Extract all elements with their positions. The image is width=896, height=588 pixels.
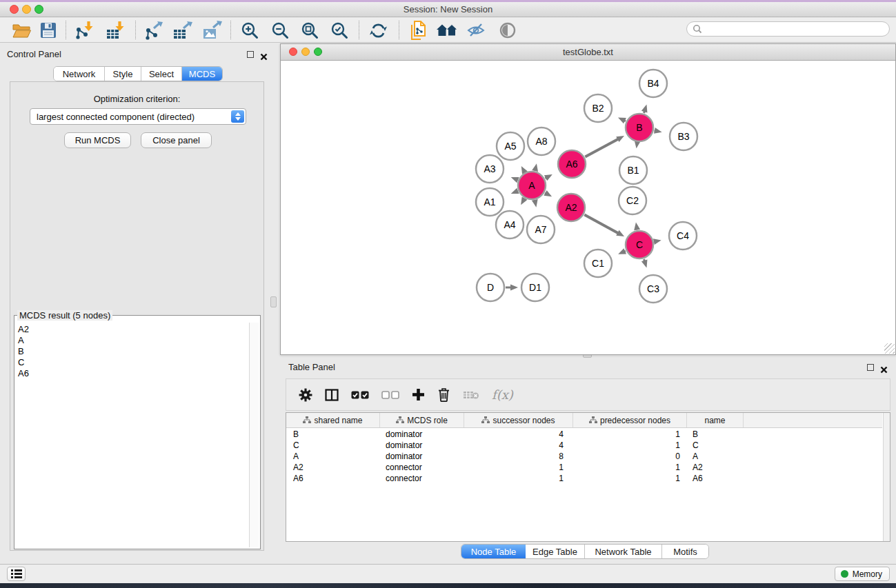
table-cell[interactable]: C — [687, 440, 744, 451]
tab-network[interactable]: Network — [54, 67, 105, 81]
table-row[interactable]: Bdominator41B — [286, 429, 882, 440]
result-list-item[interactable]: A — [16, 335, 248, 346]
graph-node-label: A3 — [484, 163, 495, 174]
criterion-dropdown[interactable]: largest connected component (directed) — [30, 108, 246, 125]
zoom-in-icon[interactable] — [237, 19, 262, 41]
table-row[interactable]: A2connector11A2 — [286, 462, 882, 473]
refresh-icon[interactable] — [366, 19, 390, 41]
table-settings-icon[interactable] — [299, 388, 312, 402]
table-cell[interactable]: 1 — [464, 462, 573, 473]
mcds-result-groupbox: MCDS result (5 nodes) A2ABCA6 — [14, 315, 261, 549]
tab-node-table[interactable]: Node Table — [461, 545, 526, 558]
import-network-icon[interactable] — [72, 19, 97, 41]
home-layout-icon[interactable] — [435, 19, 459, 41]
table-cell[interactable]: 1 — [573, 473, 687, 484]
tab-style[interactable]: Style — [105, 67, 141, 81]
network-graph[interactable]: B4B2BB3A8A5A6A3B1AC2A1A2A4A7C4CC1DD1C3 — [281, 61, 895, 354]
hide-graphics-details-icon[interactable] — [464, 19, 488, 41]
table-cell[interactable]: dominator — [380, 429, 464, 440]
table-cell[interactable]: connector — [380, 473, 464, 484]
network-window-titlebar[interactable]: testGlobe.txt — [281, 44, 895, 61]
export-table-icon[interactable] — [170, 19, 195, 41]
table-cell[interactable]: dominator — [380, 440, 464, 451]
table-cell[interactable]: 8 — [464, 451, 573, 462]
float-table-panel-icon[interactable] — [867, 364, 874, 371]
new-network-from-file-icon[interactable] — [406, 19, 430, 41]
memory-button[interactable]: Memory — [835, 567, 890, 581]
network-canvas[interactable]: B4B2BB3A8A5A6A3B1AC2A1A2A4A7C4CC1DD1C3 — [281, 61, 895, 354]
graph-edge[interactable] — [585, 139, 619, 156]
mcds-result-list[interactable]: A2ABCA6 — [16, 324, 248, 547]
vertical-splitter-grip[interactable] — [270, 296, 277, 307]
table-row[interactable]: A6connector11A6 — [286, 473, 882, 484]
show-graphics-details-icon[interactable] — [495, 19, 520, 41]
table-cell[interactable]: C — [286, 440, 380, 451]
result-list-scrollbar[interactable] — [249, 323, 259, 547]
import-table-icon[interactable] — [103, 19, 128, 41]
column-header-successor-nodes[interactable]: successor nodes — [464, 413, 573, 427]
table-tabs: Node Table Edge Table Network Table Moti… — [461, 544, 709, 559]
zoom-fit-icon[interactable] — [297, 19, 322, 41]
graph-node-label: A8 — [535, 136, 547, 147]
close-panel-button[interactable]: Close panel — [141, 132, 212, 148]
function-builder-icon[interactable]: f(x) — [492, 387, 513, 402]
table-cell[interactable]: A6 — [286, 473, 380, 484]
result-list-item[interactable]: C — [16, 357, 248, 368]
export-network-icon[interactable] — [141, 19, 166, 41]
table-cell[interactable]: A — [286, 451, 380, 462]
zoom-out-icon[interactable] — [268, 19, 292, 41]
task-history-button[interactable] — [7, 567, 26, 581]
result-list-item[interactable]: A2 — [16, 324, 248, 335]
table-cell[interactable]: A2 — [687, 462, 744, 473]
column-header-shared-name[interactable]: shared name — [286, 413, 380, 427]
graph-node-label: C1 — [592, 258, 604, 269]
table-row[interactable]: Cdominator41C — [286, 440, 882, 451]
select-all-checkboxes-icon[interactable] — [351, 390, 369, 400]
tab-edge-table[interactable]: Edge Table — [526, 545, 585, 558]
table-cell[interactable]: connector — [380, 462, 464, 473]
deselect-all-checkboxes-icon[interactable] — [381, 390, 399, 400]
network-view-window: testGlobe.txt B4B2BB3A8A5A6A3B1AC2A1A2A4… — [280, 43, 896, 355]
delete-columns-icon[interactable] — [437, 387, 450, 402]
table-scrollbar[interactable] — [883, 413, 890, 541]
table-cell[interactable]: B — [286, 429, 380, 440]
float-panel-icon[interactable] — [247, 51, 254, 58]
table-cell[interactable]: 1 — [573, 429, 687, 440]
table-row[interactable]: Adominator80A — [286, 451, 882, 462]
tab-mcds[interactable]: MCDS — [182, 67, 222, 81]
tab-select[interactable]: Select — [141, 67, 182, 81]
result-list-item[interactable]: B — [16, 346, 248, 357]
column-header-name[interactable]: name — [687, 413, 744, 427]
table-cell[interactable]: 1 — [464, 473, 573, 484]
graph-edge[interactable] — [584, 215, 619, 234]
criterion-value: largest connected component (directed) — [37, 112, 195, 122]
window-resize-grip[interactable] — [884, 343, 895, 354]
save-session-icon[interactable] — [36, 19, 61, 41]
result-list-item[interactable]: A6 — [16, 368, 248, 379]
table-cell[interactable]: A2 — [286, 462, 380, 473]
table-cell[interactable]: dominator — [380, 451, 464, 462]
table-cell[interactable]: 1 — [573, 462, 687, 473]
column-manager-icon[interactable] — [325, 389, 339, 401]
table-cell[interactable]: 0 — [573, 451, 687, 462]
close-panel-icon[interactable] — [260, 51, 268, 63]
table-cell[interactable]: B — [687, 429, 744, 440]
table-cell[interactable]: A6 — [687, 473, 744, 484]
run-mcds-button[interactable]: Run MCDS — [64, 132, 131, 148]
zoom-selected-icon[interactable] — [327, 19, 352, 41]
toolbar-separator — [230, 21, 231, 39]
tab-motifs[interactable]: Motifs — [662, 545, 708, 558]
create-column-icon[interactable] — [412, 388, 425, 401]
delete-table-icon[interactable] — [463, 389, 479, 401]
open-file-icon[interactable] — [10, 19, 34, 41]
table-cell[interactable]: 4 — [464, 440, 573, 451]
table-cell[interactable]: A — [687, 451, 744, 462]
close-table-panel-icon[interactable] — [880, 364, 888, 376]
tab-network-table[interactable]: Network Table — [585, 545, 662, 558]
column-header-MCDS-role[interactable]: MCDS role — [380, 413, 464, 427]
column-header-predecessor-nodes[interactable]: predecessor nodes — [573, 413, 687, 427]
table-cell[interactable]: 1 — [573, 440, 687, 451]
export-image-icon[interactable] — [200, 19, 225, 41]
search-field[interactable] — [686, 21, 890, 37]
table-cell[interactable]: 4 — [464, 429, 573, 440]
